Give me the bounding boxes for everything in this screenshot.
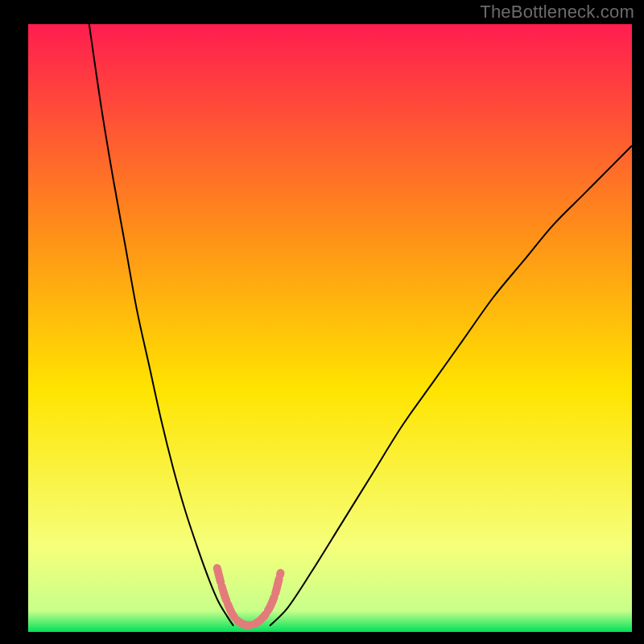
chart-svg (0, 0, 644, 644)
chart-frame: TheBottleneck.com (0, 0, 644, 644)
watermark-text: TheBottleneck.com (480, 2, 634, 23)
